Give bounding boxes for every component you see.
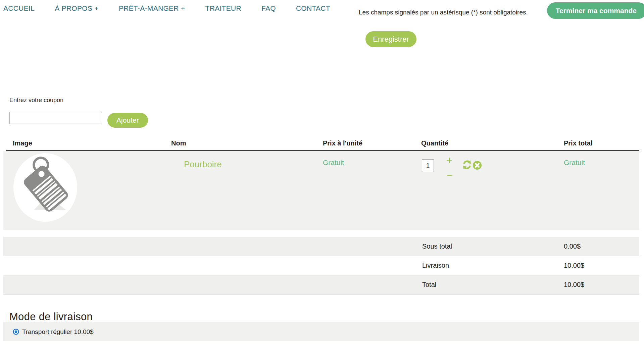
quantity-increase-button[interactable]: +	[446, 155, 452, 166]
nav-item-accueil[interactable]: ACCUEIL	[3, 4, 35, 12]
nav-item-faq[interactable]: FAQ	[261, 4, 276, 12]
refresh-icon[interactable]	[462, 160, 472, 170]
column-header-quantity: Quantité	[421, 139, 448, 147]
table-header-divider	[6, 150, 639, 151]
remove-circle-icon[interactable]	[473, 161, 482, 170]
summary-row-shipping: Livraison 10.00$	[3, 256, 639, 275]
delivery-option-row[interactable]: Transport régulier 10.00$	[3, 322, 639, 341]
summary-label: Livraison	[422, 262, 449, 269]
cart-summary: Sous total 0.00$ Livraison 10.00$ Total …	[3, 237, 639, 295]
column-header-unit-price: Prix à l'unité	[323, 139, 362, 147]
summary-value: 10.00$	[564, 262, 584, 269]
price-tag-icon	[13, 153, 77, 222]
nav-item-pret-a-manger[interactable]: PRÊT-À-MANGER +	[119, 4, 185, 12]
item-total-price: Gratuit	[564, 159, 585, 167]
delivery-option-label: Transport régulier 10.00$	[22, 328, 94, 336]
radio-selected-icon[interactable]	[13, 329, 19, 335]
summary-label: Total	[422, 281, 436, 289]
quantity-decrease-button[interactable]: −	[447, 170, 453, 180]
main-nav: ACCUEIL À PROPOS + PRÊT-À-MANGER + TRAIT…	[3, 4, 330, 12]
item-name-link[interactable]: Pourboire	[184, 159, 222, 170]
summary-row-total: Total 10.00$	[3, 275, 639, 295]
nav-item-contact[interactable]: CONTACT	[296, 4, 330, 12]
delivery-section-title: Mode de livraison	[9, 311, 93, 323]
column-header-name: Nom	[171, 139, 186, 147]
required-fields-note: Les champs signalés par un astérisque (*…	[359, 9, 547, 16]
coupon-add-button[interactable]: Ajouter	[107, 113, 148, 128]
save-button[interactable]: Enregistrer	[365, 31, 416, 47]
nav-item-traiteur[interactable]: TRAITEUR	[205, 4, 241, 12]
nav-item-a-propos[interactable]: À PROPOS +	[55, 4, 99, 12]
column-header-total-price: Prix total	[564, 139, 593, 147]
summary-label: Sous total	[422, 243, 452, 250]
coupon-input[interactable]	[9, 112, 102, 124]
item-unit-price: Gratuit	[323, 159, 344, 167]
summary-row-subtotal: Sous total 0.00$	[3, 237, 639, 256]
finish-order-button[interactable]: Terminer ma commande	[547, 2, 644, 19]
quantity-input[interactable]	[422, 159, 434, 172]
summary-value: 10.00$	[564, 281, 584, 289]
summary-value: 0.00$	[564, 243, 581, 250]
cart-item-row: Pourboire Gratuit + − Gratuit	[3, 151, 639, 230]
coupon-label: Entrez votre coupon	[9, 97, 63, 104]
column-header-image: Image	[13, 139, 32, 147]
